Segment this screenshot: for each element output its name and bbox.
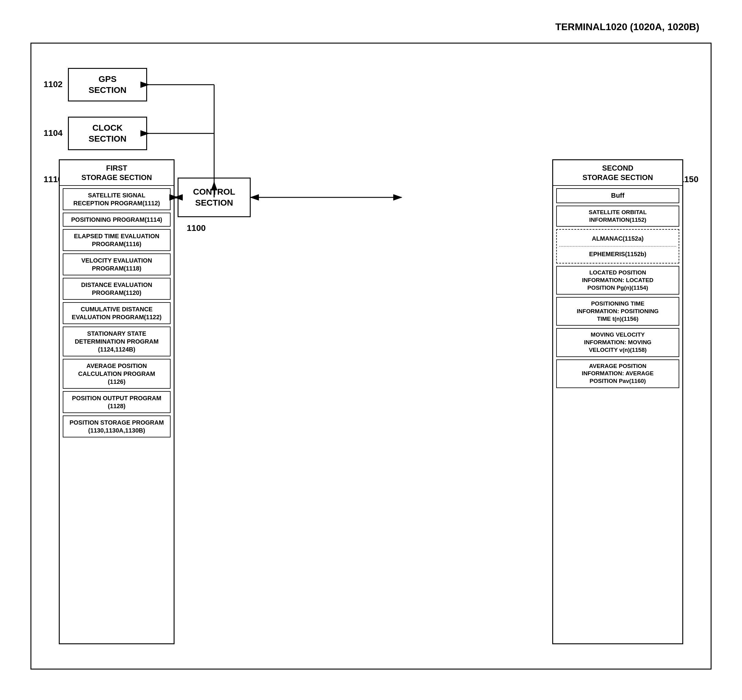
first-storage-section: FIRSTSTORAGE SECTION SATELLITE SIGNALREC…	[59, 159, 175, 644]
storage-1154: LOCATED POSITIONINFORMATION: LOCATEDPOSI…	[556, 266, 679, 295]
storage-1156: POSITIONING TIMEINFORMATION: POSITIONING…	[556, 297, 679, 326]
program-1122: CUMULATIVE DISTANCEEVALUATION PROGRAM(11…	[63, 302, 171, 324]
outer-box: 1102 GPSSECTION 1104 CLOCKSECTION CONTRO…	[31, 43, 711, 669]
program-1118: VELOCITY EVALUATIONPROGRAM(1118)	[63, 253, 171, 276]
program-1112: SATELLITE SIGNALRECEPTION PROGRAM(1112)	[63, 188, 171, 210]
storage-1160: AVERAGE POSITIONINFORMATION: AVERAGEPOSI…	[556, 360, 679, 388]
second-storage-title: SECONDSTORAGE SECTION	[553, 160, 682, 186]
clock-section-label: CLOCKSECTION	[88, 122, 127, 145]
program-1124: STATIONARY STATEDETERMINATION PROGRAM(11…	[63, 327, 171, 357]
almanac-item: ALMANAC(1152a)	[559, 232, 676, 245]
program-1116: ELAPSED TIME EVALUATIONPROGRAM(1116)	[63, 229, 171, 251]
buff-item: Buff	[556, 188, 679, 203]
program-1114: POSITIONING PROGRAM(1114)	[63, 213, 171, 227]
gps-section-label: GPSSECTION	[88, 74, 127, 96]
label-1100: 1100	[187, 223, 206, 233]
second-storage-section: SECONDSTORAGE SECTION Buff SATELLITE ORB…	[552, 159, 683, 644]
program-1128: POSITION OUTPUT PROGRAM(1128)	[63, 391, 171, 413]
gps-section-box: GPSSECTION	[68, 68, 147, 102]
program-1126: AVERAGE POSITIONCALCULATION PROGRAM(1126…	[63, 359, 171, 389]
first-storage-title: FIRSTSTORAGE SECTION	[60, 160, 174, 186]
storage-1152: SATELLITE ORBITALINFORMATION(1152)	[556, 206, 679, 227]
ephemeris-item: EPHEMERIS(1152b)	[559, 248, 676, 261]
clock-section-box: CLOCKSECTION	[68, 116, 147, 150]
program-1120: DISTANCE EVALUATIONPROGRAM(1120)	[63, 278, 171, 300]
diagram-container: TERMINAL1020 (1020A, 1020B) 1102 GPSSECT…	[18, 18, 724, 682]
label-1104: 1104	[44, 128, 62, 138]
control-section-label: CONTROLSECTION	[193, 186, 235, 209]
program-1130: POSITION STORAGE PROGRAM(1130,1130A,1130…	[63, 416, 171, 438]
storage-1158: MOVING VELOCITYINFORMATION: MOVINGVELOCI…	[556, 328, 679, 357]
dashed-group: ALMANAC(1152a) EPHEMERIS(1152b)	[556, 229, 679, 264]
control-section-box: CONTROLSECTION	[178, 178, 251, 217]
terminal-label: TERMINAL1020 (1020A, 1020B)	[555, 21, 699, 32]
label-1102: 1102	[44, 80, 62, 89]
